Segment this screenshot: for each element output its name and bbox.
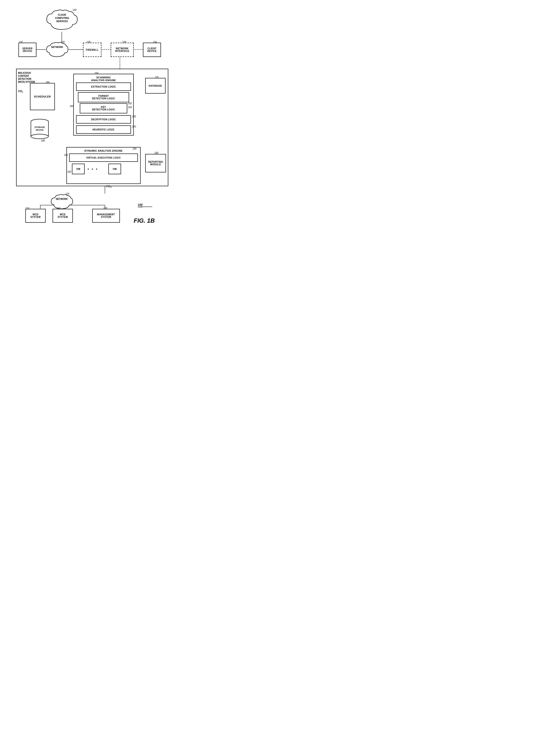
ref-192-M: 192M (106, 185, 111, 188)
ref-175: 175 (155, 76, 159, 79)
scheduler-box: SCHEDULER (30, 83, 55, 110)
ref-191: 191 (64, 154, 68, 156)
heuristic-logic-box: HEURISTIC LOGIC (76, 125, 131, 134)
vm2-box: VM (108, 163, 121, 174)
ref-110-2b: 110 (56, 207, 60, 210)
ref-138: 138 (122, 41, 126, 43)
figure-label: FIG. 1B (134, 217, 155, 224)
mcd-system-label: MALICIOUSCONTENTDETECTION(MCD) SYSTEM (18, 71, 35, 83)
ref-165: 165 (132, 115, 136, 118)
network-130-label: NETWORK (49, 46, 65, 49)
database-box: DATABASE (145, 78, 166, 93)
vm-ellipsis: • • • (88, 167, 98, 171)
ref-110-2a: 110 (25, 207, 29, 210)
mcd-system-2-box: MCDSYSTEM (53, 209, 73, 223)
ref-185: 185 (41, 139, 45, 142)
ref-195: 195 (155, 152, 159, 154)
mcd-system-1-box: MCDSYSTEM (25, 209, 46, 223)
mcd-subscript-110-1: 1101 (18, 90, 23, 93)
ref-136: 136 (87, 41, 90, 43)
format-detection-logic-box: FORMATDETECTION LOGIC (78, 92, 129, 102)
ref-140: 140 (73, 9, 76, 11)
ref-190: 190 (132, 147, 136, 150)
key-detection-logic-box: KEYDETECTION LOGIC (80, 103, 127, 113)
management-system-box: MANAGEMENTSYSTEM (92, 209, 120, 223)
ref-164: 164 (128, 106, 132, 108)
vm1-box: VM (72, 163, 85, 174)
client-device-box: CLIENTDEVICE (143, 43, 161, 57)
server-device-box: SERVERDEVICE (18, 43, 36, 57)
network-125-label: NETWORK (53, 198, 70, 200)
extraction-logic-box: EXTRACTION LOGIC (76, 82, 131, 91)
firewall-box: FIREWALL (83, 43, 101, 57)
ref-162: 162 (128, 102, 132, 105)
ref-130: 130 (61, 41, 65, 43)
virtual-execution-logic-box: VIRTUAL EXECUTION LOGIC (69, 153, 138, 162)
ref-150: 150 (94, 72, 98, 74)
storage-device-label: STORAGEDEVICE (30, 126, 49, 131)
network-interface-box: NETWORKINTERFACE (111, 43, 134, 57)
cloud-computing-label: CLOUDCOMPUTINGSERVICES (47, 13, 77, 23)
ref-125: 125 (65, 193, 69, 195)
diagram: CLOUDCOMPUTINGSERVICES 140 NETWORK 130 S… (5, 5, 171, 235)
ref-192-1: 192 (67, 170, 71, 173)
network-125-shape (50, 194, 73, 210)
ref-134: 134 (153, 41, 157, 43)
reporting-module-box: REPORTINGMODULE (145, 154, 166, 172)
ref-100-label: 100 (138, 203, 143, 207)
ref-120: 120 (103, 207, 107, 210)
network-130-shape (46, 41, 69, 58)
decryption-logic-box: DECRYPTION LOGIC (76, 115, 131, 123)
svg-point-25 (31, 134, 48, 139)
ref-180: 180 (46, 81, 50, 84)
ref-160: 160 (70, 105, 73, 107)
ref-132: 132 (19, 41, 23, 43)
ref-170: 170 (132, 125, 136, 128)
